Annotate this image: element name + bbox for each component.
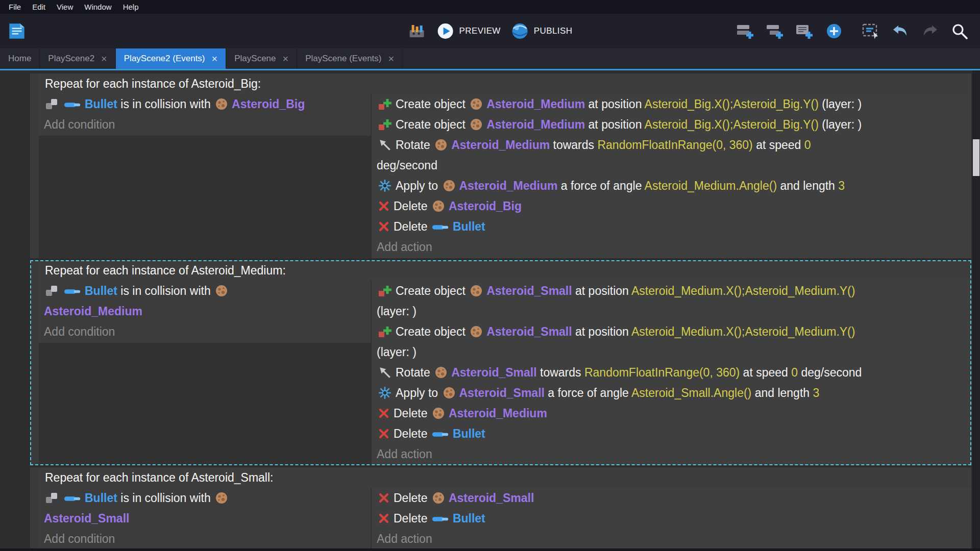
menu-item-help[interactable]: Help <box>117 0 144 14</box>
preview-play-icon <box>436 22 455 40</box>
action-row[interactable]: Delete Asteroid_Medium <box>372 403 971 423</box>
add-action-link[interactable]: Add action <box>372 237 971 257</box>
create-object-icon <box>378 97 392 111</box>
action-row[interactable]: Create object Asteroid_Medium at positio… <box>372 94 971 114</box>
expression-text: 0 <box>791 366 798 379</box>
instruction-text: (layer: ) <box>377 305 416 318</box>
add-condition-link[interactable]: Add condition <box>39 321 371 342</box>
menu-item-window[interactable]: Window <box>79 0 117 14</box>
tab-close-icon[interactable]: × <box>283 54 289 64</box>
delete-icon <box>378 407 390 419</box>
tab-close-icon[interactable]: × <box>101 54 107 64</box>
event-drag-handle[interactable] <box>30 467 39 550</box>
debugger-icon[interactable] <box>408 22 426 40</box>
event-header[interactable]: Repeat for each instance of Asteroid_Med… <box>39 260 971 281</box>
add-action-link[interactable]: Add action <box>372 529 971 549</box>
actions-cell: Delete Asteroid_SmallDelete BulletAdd ac… <box>372 488 971 550</box>
add-circle-icon[interactable] <box>825 22 843 40</box>
tab-close-icon[interactable]: × <box>388 54 394 64</box>
expression-text: 3 <box>813 386 819 399</box>
instruction-text: at position <box>572 284 631 297</box>
add-condition-link[interactable]: Add condition <box>39 114 371 135</box>
object-name: Asteroid_Small <box>451 366 536 379</box>
action-row[interactable]: Delete Bullet <box>372 216 971 237</box>
object-name: Bullet <box>85 491 117 505</box>
instruction-text: at speed <box>740 366 791 379</box>
actions-cell: Create object Asteroid_Small at position… <box>372 281 971 465</box>
tab-close-icon[interactable]: × <box>212 54 218 64</box>
instruction-text: deg/second <box>377 159 437 172</box>
condition-row[interactable]: Bullet is in collision with Asteroid_Big <box>39 94 371 114</box>
scrollbar-thumb[interactable] <box>973 139 979 176</box>
action-row[interactable]: Delete Asteroid_Small <box>372 488 971 508</box>
search-icon[interactable] <box>950 22 969 40</box>
tab-playscene2-events[interactable]: PlayScene2 (Events)× <box>116 48 226 69</box>
add-subevent-icon[interactable] <box>766 22 784 40</box>
gdevelop-window: FileEditViewWindowHelp PREVIEW PUBLISH H… <box>0 0 980 551</box>
tab-playscene2[interactable]: PlayScene2× <box>40 48 115 69</box>
action-row[interactable]: Create object Asteroid_Small at position… <box>372 321 971 362</box>
vertical-scrollbar[interactable] <box>972 70 980 551</box>
action-row[interactable]: Create object Asteroid_Small at position… <box>372 281 971 321</box>
tab-home[interactable]: Home <box>0 48 40 69</box>
asteroid-object-icon <box>432 491 445 505</box>
instruction-text: Create object <box>396 325 469 338</box>
add-action-link[interactable]: Add action <box>372 444 971 464</box>
instruction-text: is in collision with <box>117 491 214 505</box>
action-row[interactable]: Rotate Asteroid_Medium towards RandomFlo… <box>372 135 971 176</box>
rotate-icon <box>378 365 392 380</box>
expression-text: Asteroid_Medium.X();Asteroid_Medium.Y() <box>631 325 855 338</box>
undo-icon[interactable] <box>891 22 910 40</box>
delete-icon <box>378 512 390 524</box>
action-row[interactable]: Create object Asteroid_Medium at positio… <box>372 114 971 135</box>
add-comment-icon[interactable] <box>795 22 814 40</box>
object-name: Asteroid_Big <box>232 97 305 111</box>
choose-event-icon[interactable] <box>862 22 880 40</box>
redo-icon[interactable] <box>921 22 939 40</box>
delete-icon <box>378 220 390 233</box>
instruction-text: deg/second <box>798 366 862 379</box>
instruction-text: (layer: ) <box>377 345 416 359</box>
publish-button[interactable]: PUBLISH <box>511 22 573 40</box>
action-row[interactable]: Delete Bullet <box>372 423 971 444</box>
object-name: Bullet <box>453 427 485 440</box>
add-event-icon[interactable] <box>736 22 754 40</box>
condition-row[interactable]: Bullet is in collision with Asteroid_Med… <box>39 281 371 321</box>
instruction-text: towards <box>537 366 584 379</box>
gdevelop-logo-icon[interactable] <box>6 20 28 42</box>
event-3[interactable]: Repeat for each instance of Asteroid_Sma… <box>30 467 971 550</box>
rotate-icon <box>378 138 392 152</box>
event-drag-handle[interactable] <box>30 73 39 258</box>
condition-collision-icon <box>45 491 59 505</box>
event-drag-handle[interactable] <box>30 260 39 465</box>
event-header[interactable]: Repeat for each instance of Asteroid_Sma… <box>39 467 971 488</box>
actions-cell: Create object Asteroid_Medium at positio… <box>372 94 971 258</box>
condition-row[interactable]: Bullet is in collision with Asteroid_Sma… <box>39 488 371 529</box>
menu-item-view[interactable]: View <box>51 0 79 14</box>
asteroid-object-icon <box>434 138 448 152</box>
object-name: Bullet <box>85 97 117 111</box>
object-name: Asteroid_Medium <box>486 97 585 111</box>
event-header[interactable]: Repeat for each instance of Asteroid_Big… <box>39 73 971 94</box>
action-row[interactable]: Delete Asteroid_Big <box>372 196 971 216</box>
event-1[interactable]: Repeat for each instance of Asteroid_Big… <box>30 73 971 258</box>
instruction-text: a force of angle <box>545 386 631 399</box>
add-condition-link[interactable]: Add condition <box>39 529 371 549</box>
delete-icon <box>378 200 390 212</box>
action-row[interactable]: Rotate Asteroid_Small towards RandomFloa… <box>372 362 971 383</box>
preview-button[interactable]: PREVIEW <box>436 22 501 40</box>
event-2[interactable]: Repeat for each instance of Asteroid_Med… <box>30 260 971 465</box>
menu-item-edit[interactable]: Edit <box>27 0 51 14</box>
object-name: Asteroid_Medium <box>451 138 550 152</box>
tab-playscene[interactable]: PlayScene× <box>226 48 297 69</box>
action-row[interactable]: Apply to Asteroid_Small a force of angle… <box>372 383 971 403</box>
instruction-text: (layer: ) <box>819 118 862 131</box>
action-row[interactable]: Delete Bullet <box>372 508 971 529</box>
create-object-icon <box>378 284 392 298</box>
tab-playscene-events[interactable]: PlayScene (Events)× <box>297 48 403 69</box>
publish-globe-icon <box>511 22 529 40</box>
expression-text: 0 <box>804 138 811 152</box>
expression-text: RandomFloatInRange(0, 360) <box>597 138 752 152</box>
action-row[interactable]: Apply to Asteroid_Medium a force of angl… <box>372 176 971 196</box>
menu-item-file[interactable]: File <box>3 0 27 14</box>
